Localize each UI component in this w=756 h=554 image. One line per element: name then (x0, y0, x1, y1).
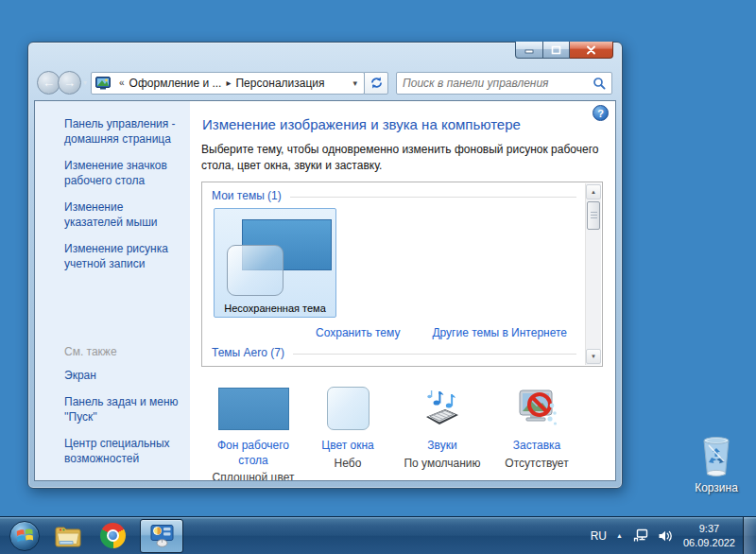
sidebar-item-mouse-pointers[interactable]: Изменение указателей мыши (64, 200, 179, 231)
sidebar-item-desktop-icons[interactable]: Изменение значков рабочего стола (64, 159, 179, 189)
themes-panel: Мои темы (1) Несохраненная тема Сохранит… (201, 182, 603, 367)
aero-themes-group-header: Темы Aero (7) (212, 346, 576, 359)
search-box[interactable] (396, 72, 612, 95)
main-pane: ? Изменение изображения и звука на компь… (190, 101, 615, 480)
start-button[interactable] (9, 521, 40, 551)
breadcrumb-current[interactable]: Персонализация (235, 77, 324, 90)
hidden-icons-arrow-icon[interactable]: ▲ (616, 532, 623, 539)
network-tray-button[interactable] (633, 528, 649, 543)
volume-tray-button[interactable] (658, 529, 673, 543)
see-also-header: См. также (64, 345, 179, 360)
page-title: Изменение изображения и звука на компьют… (202, 116, 603, 132)
theme-tile-unsaved[interactable]: Несохраненная тема (214, 208, 336, 318)
screensaver-icon[interactable] (514, 385, 559, 430)
sidebar-item-control-panel-home[interactable]: Панель управления - домашняя страница (64, 117, 179, 147)
desktop-background-link[interactable]: Фон рабочего стола (206, 439, 301, 468)
get-more-themes-link[interactable]: Другие темы в Интернете (432, 326, 567, 339)
maximize-button[interactable] (543, 42, 570, 59)
setting-sounds: Звуки По умолчанию (395, 381, 490, 481)
window-color-icon[interactable] (327, 387, 369, 430)
sounds-icon[interactable] (421, 387, 464, 430)
sounds-link[interactable]: Звуки (427, 439, 456, 454)
personalization-icon (95, 77, 111, 90)
control-panel-window: ← → ▾ « Оформление и ... ▸ Персонализаци… (27, 42, 623, 489)
scroll-down-icon: ▼ (591, 354, 596, 359)
breadcrumb-root[interactable]: Оформление и ... (129, 77, 222, 90)
address-dropdown-icon[interactable]: ▾ (349, 78, 361, 88)
scrollbar-grip-icon (591, 212, 597, 219)
setting-window-color: Цвет окна Небо (301, 381, 395, 481)
back-icon: ← (43, 76, 55, 90)
volume-icon (658, 529, 673, 543)
page-subtitle: Выберите тему, чтобы одновременно измени… (201, 142, 603, 173)
scroll-up-icon: ▲ (591, 189, 596, 195)
group-header-rule (293, 354, 576, 355)
setting-desktop-background: Фон рабочего стола Сплошной цвет (206, 381, 301, 481)
search-icon[interactable] (593, 77, 606, 90)
theme-preview-window-glass (227, 245, 284, 296)
screensaver-value: Отсутствует (505, 457, 568, 470)
theme-settings-row: Фон рабочего стола Сплошной цвет Цвет ок… (201, 381, 603, 481)
sidebar-item-taskbar-start-menu[interactable]: Панель задач и меню ''Пуск'' (64, 395, 179, 425)
refresh-icon (369, 76, 384, 90)
taskbar: RU ▲ 9:37 06.09.2022 (0, 516, 756, 554)
clock-date: 06.09.2022 (683, 536, 735, 549)
explorer-taskbar-icon[interactable] (52, 520, 84, 552)
scroll-up-button[interactable]: ▲ (586, 184, 601, 199)
breadcrumb-separator-icon[interactable]: ▸ (226, 78, 231, 88)
personalization-window-icon (149, 523, 175, 548)
chrome-icon (100, 523, 126, 548)
forward-icon: → (63, 76, 76, 90)
window-color-link[interactable]: Цвет окна (321, 439, 373, 454)
personalization-taskbar-button[interactable] (140, 519, 183, 553)
window-color-value: Небо (335, 457, 362, 470)
desktop-background-value: Сплошной цвет (213, 471, 295, 481)
my-themes-header-label: Мои темы (1) (212, 189, 282, 202)
minimize-button[interactable] (515, 42, 543, 59)
sounds-value: По умолчанию (404, 457, 480, 470)
chrome-taskbar-icon[interactable] (96, 520, 129, 552)
folder-icon (54, 523, 82, 548)
recycle-bin-icon (696, 433, 736, 478)
close-icon (586, 45, 596, 55)
question-mark-icon: ? (597, 108, 604, 119)
navigation-bar: ← → ▾ « Оформление и ... ▸ Персонализаци… (28, 67, 622, 98)
theme-tile-label: Несохраненная тема (215, 303, 335, 314)
save-theme-link[interactable]: Сохранить тему (316, 326, 400, 339)
language-indicator[interactable]: RU (591, 529, 607, 543)
aero-themes-header-label: Темы Aero (7) (212, 346, 284, 359)
screensaver-link[interactable]: Заставка (513, 439, 561, 454)
recycle-bin[interactable]: Корзина (679, 433, 754, 494)
clock-time: 9:37 (683, 522, 735, 535)
address-bar[interactable]: « Оформление и ... ▸ Персонализация ▾ (91, 72, 365, 95)
sidebar: Панель управления - домашняя страница Из… (35, 101, 190, 480)
my-themes-group-header: Мои темы (1) (212, 189, 576, 202)
sidebar-item-display[interactable]: Экран (64, 369, 179, 384)
show-desktop-button[interactable] (743, 517, 756, 554)
history-dropdown-icon[interactable]: ▾ (83, 78, 87, 87)
scrollbar-thumb[interactable] (587, 201, 600, 230)
recycle-bin-label[interactable]: Корзина (695, 481, 738, 494)
window-titlebar[interactable] (28, 43, 622, 67)
sidebar-item-ease-of-access[interactable]: Центр специальных возможностей (64, 437, 179, 467)
desktop-background-icon[interactable] (218, 388, 289, 430)
window-content: Панель управления - домашняя страница Из… (34, 100, 616, 481)
minimize-icon (524, 45, 534, 54)
group-header-rule (290, 197, 576, 198)
help-button[interactable]: ? (593, 105, 609, 121)
refresh-button[interactable] (364, 72, 388, 95)
network-icon (633, 528, 649, 543)
system-tray: RU ▲ 9:37 06.09.2022 (591, 517, 756, 554)
breadcrumb-overflow-chevron[interactable]: « (119, 78, 125, 88)
caption-buttons (515, 42, 613, 59)
windows-flag-icon (16, 527, 34, 545)
scroll-down-button[interactable]: ▼ (586, 349, 601, 364)
theme-links-row: Сохранить тему Другие темы в Интернете (212, 326, 576, 339)
maximize-icon (551, 45, 561, 55)
themes-scrollbar[interactable]: ▲ ▼ (585, 183, 601, 365)
sidebar-item-account-picture[interactable]: Изменение рисунка учетной записи (64, 242, 179, 272)
taskbar-clock[interactable]: 9:37 06.09.2022 (683, 522, 735, 549)
search-input[interactable] (403, 77, 593, 90)
forward-button[interactable]: → (58, 71, 81, 95)
close-button[interactable] (570, 42, 613, 59)
